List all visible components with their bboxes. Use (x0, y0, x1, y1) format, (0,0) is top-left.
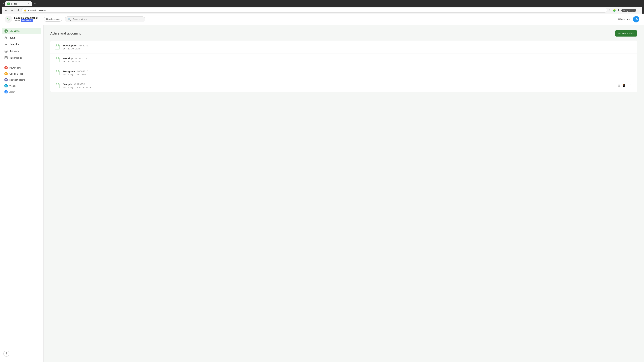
integrations-icon (4, 56, 8, 59)
slido-id-developers: #1480327 (78, 44, 90, 47)
slido-item-sample: Sample #2329970 Upcoming: 11 – 12 Oct 20… (50, 79, 637, 92)
analytics-icon (4, 43, 8, 46)
sidebar-integration-google-slides[interactable]: G Google Slides (2, 71, 42, 77)
sidebar-integrations-list: P PowerPoint G Google Slides M Microsoft… (0, 65, 44, 95)
sidebar-item-analytics[interactable]: Analytics (2, 41, 42, 48)
upcoming-label-designers: Upcoming: (63, 73, 74, 76)
whats-new-button[interactable]: What's new (618, 18, 630, 21)
slido-info-developers: Developers #1480327 10 – 13 Oct 2024 (63, 44, 624, 50)
back-btn[interactable]: ← (4, 8, 8, 12)
more-options-sample[interactable]: ⋮ (627, 83, 633, 88)
analytics-label: Analytics (10, 43, 19, 46)
calendar-icon-moodoy (54, 57, 60, 63)
sidebar-main-nav: My slidos Team Analytics (0, 28, 44, 61)
sidebar-divider (3, 63, 41, 63)
search-bar[interactable]: 🔍 (65, 16, 145, 22)
forward-btn[interactable]: → (10, 8, 14, 12)
reload-btn[interactable]: ↺ (16, 8, 20, 12)
sidebar-integration-microsoft-teams[interactable]: M Microsoft Teams (2, 77, 42, 83)
svg-rect-7 (5, 56, 6, 58)
tab-dropdown[interactable]: ▾ (2, 2, 4, 5)
browser-chrome: ▾ S Slidos ✕ + ← → ↺ 🔒 admin.sli.do/even… (0, 0, 644, 13)
extensions-icon[interactable]: 🧩 (612, 9, 616, 12)
create-slido-button[interactable]: + Create slido (615, 30, 637, 36)
more-options-moodoy[interactable]: ⋮ (627, 57, 633, 62)
user-avatar[interactable]: LD (633, 16, 639, 22)
org-role-row: Owner UPGRADE (14, 19, 38, 22)
slido-item-developers: Developers #1480327 10 – 13 Oct 2024 ⋮ (50, 40, 637, 53)
slido-id-moodoy: #37867021 (74, 57, 87, 60)
slido-actions-designers: ⋮ (627, 70, 633, 75)
upgrade-button[interactable]: UPGRADE (21, 19, 33, 22)
more-options-developers[interactable]: ⋮ (627, 44, 633, 50)
svg-text:S: S (7, 17, 10, 21)
slido-name-moodoy: Moodoy #37867021 (63, 57, 624, 60)
sidebar-integration-powerpoint[interactable]: P PowerPoint (2, 65, 42, 71)
svg-rect-10 (6, 58, 8, 59)
browser-actions: ☆ 🧩 ⬇ Incognito (2) ⋮ (608, 9, 640, 12)
content-header: Active and upcoming + Create slido (50, 30, 637, 36)
tab-label: Slidos (11, 2, 17, 5)
mobile-icon-sample[interactable]: 📱 (622, 84, 626, 87)
download-icon[interactable]: ⬇ (618, 9, 620, 12)
sidebar-item-team[interactable]: Team (2, 34, 42, 41)
slido-item-moodoy: Moodoy #37867021 10 – 13 Oct 2024 ⋮ (50, 53, 637, 66)
zoom-icon: Z (4, 90, 8, 93)
tab-add-btn[interactable]: + (32, 2, 37, 5)
more-options-designers[interactable]: ⋮ (627, 70, 633, 75)
svg-rect-26 (55, 84, 60, 88)
tab-close-btn[interactable]: ✕ (28, 2, 30, 5)
bookmark-icon[interactable]: ☆ (608, 9, 611, 12)
app-header: S Lauren's organization Owner UPGRADE Ne… (0, 13, 644, 25)
browser-tab-active[interactable]: S Slidos ✕ (5, 1, 32, 6)
slido-info-moodoy: Moodoy #37867021 10 – 13 Oct 2024 (63, 57, 624, 63)
browser-menu-icon[interactable]: ⋮ (638, 9, 640, 12)
webex-label: Webex (10, 85, 16, 87)
tab-favicon: S (8, 2, 10, 5)
svg-point-6 (6, 51, 6, 52)
sidebar-item-tutorials[interactable]: Tutorials (2, 48, 42, 54)
microsoft-teams-label: Microsoft Teams (10, 79, 25, 81)
sidebar-item-integrations[interactable]: Integrations (2, 54, 42, 61)
desktop-icon-sample[interactable]: 🖥 (617, 84, 620, 87)
svg-rect-22 (55, 71, 60, 75)
org-info: Lauren's organization Owner UPGRADE (14, 16, 38, 22)
sidebar-integration-webex[interactable]: W Webex (2, 83, 42, 89)
slido-actions-sample: 🖥 📱 ⋮ (617, 83, 633, 88)
svg-rect-9 (5, 58, 6, 59)
google-slides-icon: G (4, 72, 8, 75)
svg-rect-14 (55, 45, 60, 49)
slido-date-sample: Upcoming: 11 – 12 Oct 2024 (63, 86, 614, 89)
calendar-icon-designers (54, 70, 60, 76)
new-interface-button[interactable]: New interface (44, 17, 62, 22)
slido-info-sample: Sample #2329970 Upcoming: 11 – 12 Oct 20… (63, 83, 614, 89)
slido-title-sample: Sample (63, 83, 72, 86)
slido-actions-moodoy: ⋮ (627, 57, 633, 62)
header-actions: + Create slido (609, 30, 637, 36)
svg-point-3 (5, 37, 6, 38)
incognito-badge: Incognito (2) (621, 9, 636, 12)
sidebar-item-my-slidos[interactable]: My slidos (2, 28, 42, 34)
calendar-icon-developers (54, 44, 60, 50)
slido-name-designers: Designers #8664816 (63, 70, 624, 73)
search-input[interactable] (72, 18, 142, 21)
integrations-label: Integrations (10, 56, 22, 59)
slido-logo-svg: S (5, 15, 12, 23)
sidebar-integration-zoom[interactable]: Z Zoom (2, 89, 42, 95)
logo[interactable]: S (5, 15, 12, 23)
content-area: Active and upcoming + Create slido (44, 25, 644, 362)
zoom-label: Zoom (10, 91, 15, 93)
header-right: What's new LD (618, 16, 639, 22)
slido-item-designers: Designers #8664816 Upcoming: 11 Oct 2024… (50, 66, 637, 79)
address-bar[interactable]: 🔒 admin.sli.do/events (21, 8, 607, 12)
my-slidos-label: My slidos (10, 30, 20, 32)
tutorials-icon (4, 49, 8, 53)
filter-button[interactable] (609, 31, 613, 36)
slido-id-designers: #8664816 (77, 70, 88, 73)
slido-name-developers: Developers #1480327 (63, 44, 624, 47)
slido-info-designers: Designers #8664816 Upcoming: 11 Oct 2024 (63, 70, 624, 76)
powerpoint-icon: P (4, 66, 8, 69)
help-button[interactable]: ? (3, 351, 10, 357)
webex-icon: W (4, 84, 8, 87)
slido-date-designers: Upcoming: 11 Oct 2024 (63, 73, 624, 76)
